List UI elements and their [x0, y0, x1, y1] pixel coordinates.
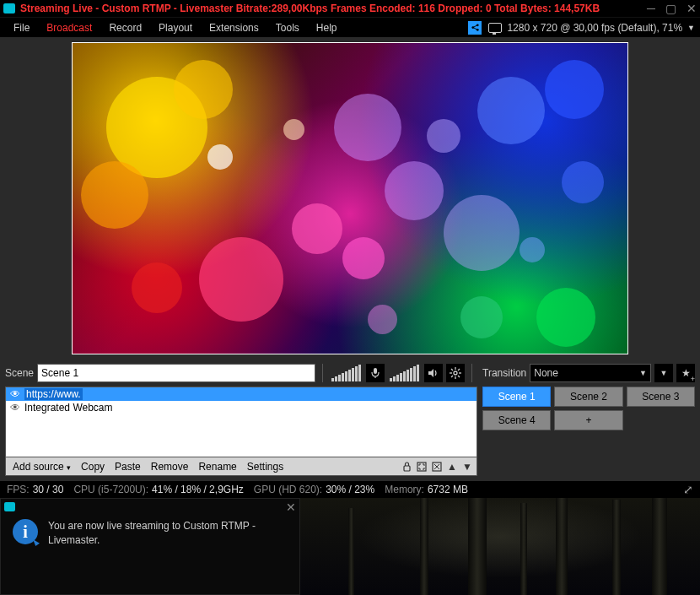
menubar: File Broadcast Record Playout Extensions…: [0, 17, 700, 37]
scene-button-3[interactable]: Scene 3: [627, 387, 695, 407]
svg-rect-18: [417, 462, 426, 471]
visibility-icon[interactable]: 👁: [9, 402, 21, 414]
menu-file[interactable]: File: [5, 22, 38, 34]
paste-button[interactable]: Paste: [111, 461, 144, 473]
svg-line-14: [458, 376, 460, 377]
scene-label: Scene: [5, 367, 34, 379]
preview-canvas[interactable]: [72, 42, 628, 354]
copy-button[interactable]: Copy: [78, 461, 108, 473]
gpu-label: GPU (HD 620):: [254, 484, 322, 495]
titlebar: Streaming Live - Custom RTMP - Livemaste…: [0, 0, 700, 17]
favorite-button[interactable]: ★+: [676, 364, 695, 382]
microphone-button[interactable]: [366, 364, 385, 382]
remove-button[interactable]: Remove: [148, 461, 192, 473]
mic-volume-slider[interactable]: [331, 365, 361, 381]
visibility-icon[interactable]: 👁: [9, 388, 21, 400]
notification-message: You are now live streaming to Custom RTM…: [48, 519, 288, 548]
preview-area: [0, 37, 700, 360]
minimize-button[interactable]: ─: [647, 3, 655, 14]
lock-icon[interactable]: [401, 461, 412, 473]
source-label: https://www.: [24, 388, 83, 400]
share-icon[interactable]: [468, 21, 482, 35]
maximize-button[interactable]: ▢: [665, 3, 676, 14]
chevron-down-icon: ▼: [639, 369, 647, 377]
rename-button[interactable]: Rename: [195, 461, 240, 473]
source-settings-button[interactable]: Settings: [244, 461, 287, 473]
menu-extensions[interactable]: Extensions: [201, 22, 267, 34]
expand-icon[interactable]: [431, 461, 443, 473]
expand-panel-icon[interactable]: ⤢: [683, 483, 693, 496]
source-item[interactable]: 👁 https://www.: [6, 387, 477, 401]
transition-label: Transition: [482, 367, 526, 379]
app-icon: [4, 502, 15, 511]
menu-record[interactable]: Record: [100, 22, 150, 34]
scene-button-1[interactable]: Scene 1: [482, 387, 551, 407]
svg-marker-7: [428, 369, 433, 377]
svg-rect-5: [374, 368, 377, 374]
resolution-dropdown[interactable]: ▼: [687, 24, 695, 32]
svg-rect-17: [404, 466, 410, 471]
memory-label: Memory:: [385, 484, 424, 495]
menu-tools[interactable]: Tools: [267, 22, 308, 34]
menu-playout[interactable]: Playout: [150, 22, 201, 34]
performance-bar: FPS:30 / 30 CPU (i5-7200U):41% / 18% / 2…: [0, 481, 700, 498]
svg-line-13: [451, 369, 453, 371]
close-button[interactable]: ✕: [687, 3, 697, 14]
move-up-icon[interactable]: ▲: [446, 461, 458, 473]
fit-screen-icon[interactable]: [416, 461, 428, 473]
secondary-preview[interactable]: [300, 498, 700, 595]
notification-panel: ✕ i You are now live streaming to Custom…: [0, 498, 300, 595]
scene-button-4[interactable]: Scene 4: [482, 410, 551, 430]
memory-value: 6732 MB: [428, 484, 468, 495]
move-down-icon[interactable]: ▼: [461, 461, 473, 473]
transition-dropdown-button[interactable]: ▼: [654, 364, 673, 382]
speaker-button[interactable]: [424, 364, 443, 382]
controls-row: Scene Transition None ▼ ▼ ★+: [0, 360, 700, 387]
svg-line-3: [473, 25, 478, 28]
sources-list[interactable]: 👁 https://www. 👁 Integrated Webcam: [5, 387, 477, 457]
source-label: Integrated Webcam: [24, 402, 113, 414]
add-scene-button[interactable]: +: [554, 410, 622, 430]
fps-value: 30 / 30: [33, 484, 64, 495]
gpu-value: 30% / 23%: [326, 484, 374, 495]
transition-value: None: [534, 367, 558, 379]
scene-name-input[interactable]: [37, 364, 315, 382]
sources-toolbar: Add source ▾ Copy Paste Remove Rename Se…: [5, 457, 477, 476]
add-source-button[interactable]: Add source ▾: [9, 461, 74, 473]
scenes-panel: 👁 https://www. 👁 Integrated Webcam Add s…: [0, 387, 700, 481]
app-icon: [3, 3, 15, 14]
svg-line-16: [458, 369, 460, 371]
fps-label: FPS:: [7, 484, 30, 495]
scene-button-2[interactable]: Scene 2: [554, 387, 622, 407]
window-title: Streaming Live - Custom RTMP - Livemaste…: [20, 3, 640, 14]
cpu-value: 41% / 18% / 2,9GHz: [152, 484, 244, 495]
svg-line-15: [451, 376, 453, 377]
settings-button[interactable]: [446, 364, 465, 382]
speaker-volume-slider[interactable]: [390, 365, 419, 381]
svg-point-8: [454, 371, 457, 375]
source-item[interactable]: 👁 Integrated Webcam: [6, 401, 477, 414]
scene-grid: Scene 1 Scene 2 Scene 3 Scene 4 +: [482, 387, 695, 476]
notification-close-button[interactable]: ✕: [286, 500, 296, 514]
menu-broadcast[interactable]: Broadcast: [38, 22, 100, 34]
info-icon: i: [13, 519, 38, 544]
menu-help[interactable]: Help: [308, 22, 346, 34]
svg-line-4: [473, 28, 478, 30]
cpu-label: CPU (i5-7200U):: [73, 484, 148, 495]
monitor-icon: [488, 23, 502, 33]
transition-select[interactable]: None ▼: [530, 364, 651, 382]
bottom-area: ✕ i You are now live streaming to Custom…: [0, 498, 700, 595]
resolution-text: 1280 x 720 @ 30,00 fps (Default), 71%: [507, 22, 687, 34]
